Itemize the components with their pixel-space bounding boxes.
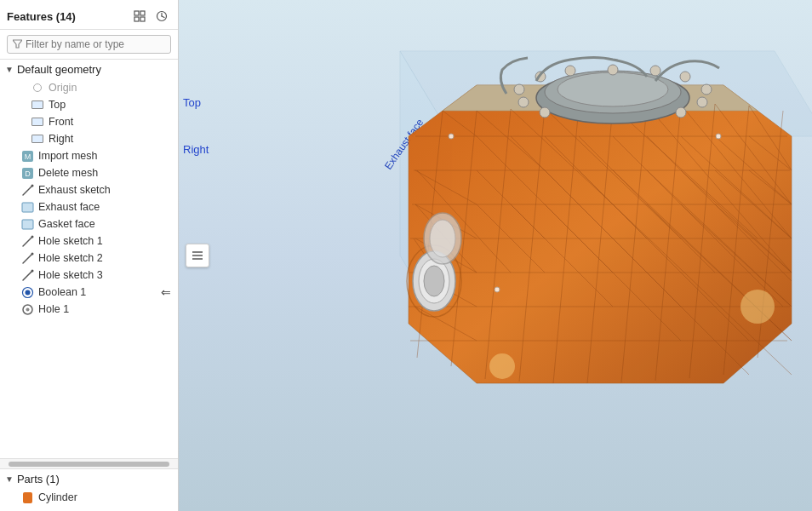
- top-label: Top: [49, 99, 66, 111]
- hole-sketch-2-label: Hole sketch 2: [38, 252, 103, 264]
- boolean-1-label: Boolean 1: [38, 286, 86, 298]
- svg-point-21: [31, 269, 33, 272]
- tree-item-top[interactable]: Top: [0, 96, 178, 113]
- tree-item-delete-mesh[interactable]: D Delete mesh: [0, 164, 178, 181]
- svg-rect-1: [140, 11, 145, 15]
- hole-sketch-3-label: Hole sketch 3: [38, 269, 103, 281]
- chevron-icon: ▼: [5, 65, 14, 74]
- svg-point-101: [608, 65, 618, 75]
- left-panel: Features (14): [0, 0, 179, 511]
- hole-sketch-1-label: Hole sketch 1: [38, 235, 103, 247]
- svg-point-100: [565, 66, 575, 76]
- tree-item-right[interactable]: Right: [0, 130, 178, 147]
- exhaust-face-icon: [20, 200, 34, 214]
- svg-point-106: [676, 107, 686, 118]
- svg-rect-2: [134, 17, 139, 21]
- tree-item-gasket-face[interactable]: Gasket face: [0, 215, 178, 233]
- svg-point-107: [540, 107, 550, 118]
- parts-chevron-icon: ▼: [5, 474, 14, 484]
- search-input[interactable]: [26, 38, 165, 50]
- svg-marker-7: [13, 40, 22, 48]
- parts-section-header[interactable]: ▼ Parts (1): [0, 469, 178, 489]
- svg-point-114: [430, 220, 455, 257]
- svg-rect-0: [134, 11, 139, 15]
- filter-input-wrapper: [7, 35, 171, 54]
- svg-point-13: [31, 184, 33, 187]
- svg-point-97: [558, 72, 668, 106]
- exhaust-face-label: Exhaust face: [38, 201, 100, 213]
- import-mesh-icon: M: [20, 149, 34, 163]
- exhaust-sketch-label: Exhaust sketch: [38, 184, 111, 196]
- svg-point-111: [424, 266, 444, 296]
- exhaust-sketch-icon: [20, 183, 34, 197]
- svg-line-16: [23, 237, 32, 246]
- svg-line-18: [23, 254, 32, 263]
- tree-item-cylinder[interactable]: Cylinder: [0, 489, 178, 506]
- horizontal-scrollbar[interactable]: [0, 458, 178, 468]
- svg-text:D: D: [25, 169, 31, 178]
- plane-top-icon: [31, 98, 44, 112]
- svg-point-102: [650, 66, 660, 76]
- funnel-icon: [13, 39, 22, 49]
- parts-label: Parts (1): [17, 473, 60, 485]
- cylinder-icon: [20, 491, 34, 504]
- layout-icon: [134, 10, 146, 22]
- tree-item-origin[interactable]: Origin: [0, 79, 178, 96]
- svg-point-119: [449, 134, 454, 139]
- svg-rect-3: [140, 17, 145, 21]
- svg-line-6: [162, 16, 164, 18]
- front-label: Front: [49, 116, 73, 128]
- tree-item-front[interactable]: Front: [0, 113, 178, 130]
- delete-mesh-icon: D: [20, 166, 34, 180]
- tree-item-import-mesh[interactable]: M Import mesh: [0, 147, 178, 164]
- plane-front-icon: [31, 115, 44, 129]
- clock-icon: [156, 10, 168, 22]
- svg-point-115: [489, 353, 515, 379]
- tree-item-hole-sketch-1[interactable]: Hole sketch 1: [0, 233, 178, 250]
- features-list: ▼ Default geometry Origin Top Front: [0, 60, 178, 458]
- tree-item-hole-sketch-3[interactable]: Hole sketch 3: [0, 267, 178, 284]
- svg-rect-15: [22, 220, 33, 229]
- hole-sketch-3-icon: [20, 268, 34, 282]
- svg-point-116: [741, 290, 775, 324]
- history-icon-button[interactable]: [152, 7, 171, 26]
- layout-icon-button[interactable]: [130, 7, 149, 26]
- svg-rect-14: [22, 203, 33, 212]
- cylinder-label: Cylinder: [38, 491, 77, 503]
- svg-point-17: [31, 235, 33, 238]
- tree-item-exhaust-face[interactable]: Exhaust face: [0, 198, 178, 215]
- right-label: Right: [49, 133, 73, 145]
- gasket-face-label: Gasket face: [38, 218, 95, 230]
- svg-point-103: [680, 72, 690, 82]
- svg-point-23: [25, 290, 30, 295]
- svg-point-19: [31, 252, 33, 255]
- tree-item-boolean-1[interactable]: Boolean 1 ⇐: [0, 284, 178, 301]
- filter-row: [0, 30, 178, 60]
- svg-point-98: [514, 84, 524, 95]
- plane-right-icon: [31, 132, 44, 146]
- boolean-1-icon: [20, 285, 34, 299]
- parts-section: ▼ Parts (1) Cylinder: [0, 468, 178, 511]
- svg-point-121: [495, 287, 500, 292]
- origin-label: Origin: [49, 82, 77, 94]
- default-geometry-label: Default geometry: [17, 63, 101, 76]
- svg-line-20: [23, 271, 32, 280]
- 3d-viewport-svg: Exhaust face: [179, 0, 812, 511]
- tree-item-hole-sketch-2[interactable]: Hole sketch 2: [0, 250, 178, 267]
- panel-header: Features (14): [0, 0, 178, 30]
- svg-line-12: [23, 186, 32, 195]
- hole-sketch-2-icon: [20, 251, 34, 265]
- tree-item-exhaust-sketch[interactable]: Exhaust sketch: [0, 181, 178, 198]
- svg-point-108: [518, 97, 529, 107]
- default-geometry-section[interactable]: ▼ Default geometry: [0, 60, 178, 79]
- boolean-arrow-icon: ⇐: [161, 285, 171, 299]
- svg-point-105: [697, 97, 707, 107]
- scrollbar-thumb[interactable]: [9, 462, 169, 467]
- svg-point-120: [716, 134, 721, 139]
- svg-marker-32: [409, 85, 792, 383]
- top-view-label: Top: [183, 96, 201, 109]
- svg-rect-26: [23, 492, 32, 503]
- gasket-face-icon: [20, 217, 34, 231]
- hole-1-label: Hole 1: [38, 303, 69, 315]
- tree-item-hole-1[interactable]: Hole 1: [0, 301, 178, 318]
